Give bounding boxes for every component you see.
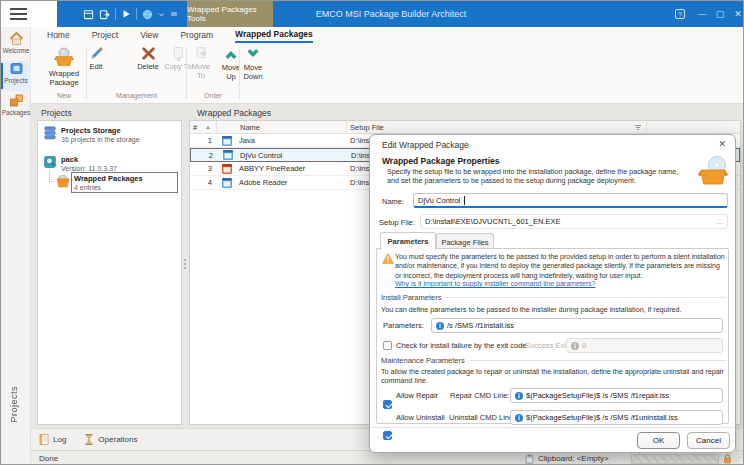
log-icon — [39, 434, 49, 445]
save-package-icon[interactable] — [83, 9, 94, 20]
hamburger-menu-icon[interactable] — [10, 8, 27, 20]
move-down-button[interactable]: Move Down — [240, 45, 266, 91]
parameters-help-link[interactable]: Why is it important to supply installer … — [395, 280, 595, 287]
group-divider — [186, 47, 187, 99]
name-input[interactable]: DjVu Control — [413, 193, 728, 208]
column-header-icon[interactable] — [217, 121, 237, 133]
resize-grip[interactable]: ⋰ — [735, 453, 743, 462]
sidebar-item-projects[interactable]: Projects — [1, 61, 31, 91]
sidebar-item-packages[interactable]: Packages — [1, 93, 31, 123]
cancel-button[interactable]: Cancel — [687, 432, 730, 449]
group-label-management: Management — [89, 92, 184, 99]
dialog-close-icon[interactable]: ✕ — [718, 139, 726, 149]
export-package-icon[interactable] — [99, 9, 110, 20]
ok-button[interactable]: OK — [637, 432, 680, 449]
maximize-button[interactable]: ▢ — [711, 1, 729, 27]
wrapped-packages-node-icon — [56, 174, 70, 188]
projects-box-icon — [9, 61, 24, 76]
packages-boxes-icon — [9, 93, 24, 108]
column-header-setup[interactable]: Setup File — [347, 121, 647, 133]
info-icon — [571, 342, 579, 350]
app-window: Wrapped Packages Tools EMCO MSI Package … — [0, 0, 744, 465]
clipboard-icon — [525, 454, 534, 464]
check-install-failure-label: Check for install failure by the exit co… — [396, 341, 526, 350]
dialog-title: Edit Wrapped Package — [382, 140, 469, 150]
parameters-input[interactable]: /s /SMS /f1install.iss — [431, 318, 723, 333]
welcome-home-icon — [9, 31, 24, 46]
chevron-down-icon[interactable] — [158, 11, 165, 18]
edit-pencil-icon — [89, 46, 104, 61]
clipboard-status: Clipboard: <Empty> — [538, 454, 609, 463]
status-progress-strip — [631, 454, 719, 464]
allow-repair-label: Allow Repair — [396, 391, 438, 400]
grid-header-row: #▲ Name Setup File — [190, 121, 740, 134]
abbyy-app-icon — [222, 164, 232, 174]
tree-item-projects-storage[interactable]: Projects Storage 36 projects in the stor… — [43, 126, 140, 144]
sidebar-item-welcome[interactable]: Welcome — [1, 31, 31, 61]
copy-to-icon — [171, 46, 186, 61]
uninstall-cmd-label: Uninstall CMD Line: — [449, 413, 515, 422]
warning-text: You must specify the parameters to be pa… — [395, 252, 725, 280]
edit-button[interactable]: Edit — [82, 45, 110, 91]
wrapped-package-icon — [53, 46, 75, 68]
warning-icon — [382, 253, 394, 264]
tab-log[interactable]: Log — [39, 434, 66, 445]
contextual-tab-header[interactable]: Wrapped Packages Tools — [187, 1, 273, 27]
move-up-icon — [223, 46, 239, 62]
status-text: Done — [39, 454, 58, 463]
browse-button[interactable]: ... — [717, 217, 723, 226]
install-parameters-description: You can define parameters to be passed t… — [381, 305, 726, 314]
check-install-failure-checkbox[interactable] — [383, 341, 392, 350]
globe-icon[interactable] — [142, 9, 153, 20]
column-header-name[interactable]: Name — [237, 121, 347, 133]
run-icon[interactable] — [121, 9, 131, 19]
group-divider — [239, 47, 240, 99]
packages-panel-title: Wrapped Packages — [197, 108, 271, 118]
adobe-app-icon — [222, 178, 232, 188]
column-sort-icon[interactable] — [634, 124, 642, 131]
panel-splitter[interactable] — [183, 259, 186, 275]
delete-button[interactable]: Delete — [134, 45, 162, 91]
setup-file-field[interactable]: D:\install\EXE\DJVUCNTL_601_EN.EXE ... — [420, 214, 728, 229]
ribbon-tab-view[interactable]: View — [140, 27, 158, 43]
success-exit-codes-input[interactable]: 0 — [566, 338, 723, 353]
toolbar-separator — [136, 8, 137, 20]
info-icon — [436, 322, 444, 330]
ribbon-tab-home[interactable]: Home — [47, 27, 70, 43]
lock-icon — [723, 454, 732, 464]
operations-hourglass-icon — [84, 434, 94, 445]
tree-item-wrapped-packages[interactable]: Wrapped Packages 4 entries — [56, 174, 143, 192]
tab-operations[interactable]: Operations — [84, 434, 137, 445]
column-header-num[interactable]: #▲ — [190, 121, 217, 133]
close-button[interactable]: ✕ — [729, 1, 744, 27]
delete-x-icon — [141, 46, 156, 61]
djvu-app-icon — [223, 150, 233, 160]
maintenance-parameters-section: Maintenance Parameters — [381, 356, 726, 365]
parameters-tab-panel: You must specify the parameters to be pa… — [376, 248, 729, 424]
ribbon-tab-wrapped-packages[interactable]: Wrapped Packages — [235, 27, 313, 43]
allow-uninstall-label: Allow Uninstall — [396, 413, 445, 422]
tree-item-pack[interactable]: pack Version: 11.0.3.37 — [43, 155, 117, 173]
text-caret — [464, 196, 465, 205]
repair-cmd-input[interactable]: $(PackageSetupFile)$ /s /SMS /f1repair.i… — [510, 388, 723, 403]
move-to-button[interactable]: Move To — [187, 45, 215, 91]
name-label: Name: — [382, 197, 404, 206]
minimize-button[interactable]: — — [693, 1, 711, 27]
help-button[interactable]: ? — [671, 1, 689, 27]
ribbon-tab-project[interactable]: Project — [92, 27, 118, 43]
customize-toolbar-icon[interactable] — [170, 10, 178, 18]
tab-parameters[interactable]: Parameters — [380, 232, 436, 250]
dialog-header-description: Specify the setup file to be wrapped int… — [387, 167, 685, 185]
projects-panel-title: Projects — [41, 108, 72, 118]
wrapped-package-button[interactable]: Wrapped Package — [41, 45, 87, 91]
info-icon — [515, 414, 523, 422]
allow-repair-checkbox[interactable] — [383, 400, 392, 409]
ribbon-tab-program[interactable]: Program — [180, 27, 213, 43]
java-app-icon — [222, 136, 232, 146]
allow-uninstall-checkbox[interactable] — [383, 431, 392, 440]
uninstall-cmd-input[interactable]: $(PackageSetupFile)$ /s /SMS /f1uninstal… — [510, 410, 723, 425]
maintenance-description: To allow the created package to repair o… — [381, 367, 726, 385]
projects-storage-icon — [43, 126, 57, 140]
wrapped-package-dialog-icon — [696, 154, 730, 188]
edit-wrapped-package-dialog: Edit Wrapped Package ✕ Wrapped Package P… — [369, 134, 736, 453]
